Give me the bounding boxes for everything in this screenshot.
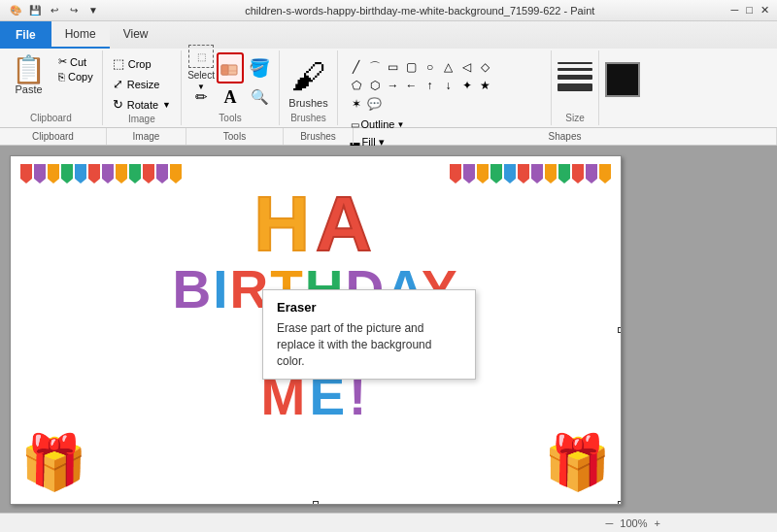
paste-button[interactable]: 📋 Paste bbox=[6, 54, 51, 97]
paste-icon: 📋 bbox=[12, 56, 46, 83]
clipboard-group-label-item: Clipboard bbox=[0, 128, 107, 145]
line-shape[interactable]: ╱ bbox=[348, 58, 365, 76]
customize-icon[interactable]: ▼ bbox=[85, 3, 101, 18]
eraser-icon bbox=[218, 56, 243, 80]
window-title: children-s-words-happy-birthday-me-white… bbox=[109, 5, 731, 17]
resize-handle-bottomright[interactable] bbox=[618, 501, 622, 505]
shapes-group-label-item: Shapes bbox=[354, 128, 777, 145]
roundrect-shape[interactable]: ▢ bbox=[403, 58, 421, 76]
left-banners bbox=[20, 164, 182, 183]
color-swatch[interactable] bbox=[605, 62, 640, 97]
status-bar: ─ 100% + bbox=[0, 513, 777, 532]
size-line-3[interactable] bbox=[557, 75, 592, 80]
magnifier-icon: 🔍 bbox=[251, 88, 269, 106]
select-dashed-box: ⬚ bbox=[188, 45, 214, 68]
tooltip-title: Eraser bbox=[277, 300, 461, 315]
arrow-down-shape[interactable]: ↓ bbox=[440, 77, 457, 94]
rtriangle-shape[interactable]: ◁ bbox=[458, 58, 476, 76]
size-line-1[interactable] bbox=[557, 62, 592, 64]
brushes-group-label: Brushes bbox=[290, 113, 326, 125]
gifts-row: 🎁 🎁 bbox=[20, 431, 611, 494]
eraser-tooltip: Eraser Erase part of the picture and rep… bbox=[262, 289, 476, 380]
close-button[interactable]: ✕ bbox=[760, 4, 769, 17]
triangle-shape[interactable]: △ bbox=[440, 58, 457, 76]
callout-shape[interactable]: 💬 bbox=[366, 95, 384, 113]
svg-rect-1 bbox=[221, 65, 228, 75]
minimize-button[interactable]: ─ bbox=[731, 4, 739, 17]
ha-text: HA bbox=[30, 185, 601, 263]
tooltip-body: Erase part of the picture and replace it… bbox=[277, 320, 461, 369]
image-group-label-item: Image bbox=[107, 128, 186, 145]
rotate-icon: ↻ bbox=[113, 97, 123, 112]
rotate-dropdown-icon: ▼ bbox=[162, 100, 171, 110]
magnifier-button[interactable]: 🔍 bbox=[246, 83, 273, 111]
shapes-grid: ╱ ⌒ ▭ ▢ ○ △ ◁ ◇ ⬠ ⬡ → ← ↑ ↓ ✦ ★ ✶ 💬 bbox=[348, 54, 503, 113]
tools-group: ⬚ Select ▼ 🪣 bbox=[182, 50, 280, 125]
size-line-2[interactable] bbox=[557, 68, 592, 71]
group-labels-row: Clipboard Image Tools Brushes Shapes bbox=[0, 128, 777, 146]
image-group: ⬚ Crop ⤢ Resize ↻ Rotate ▼ Image bbox=[103, 50, 182, 125]
hexagon-shape[interactable]: ⬡ bbox=[366, 77, 384, 94]
save-icon[interactable]: 💾 bbox=[27, 3, 43, 18]
maximize-button[interactable]: □ bbox=[746, 4, 753, 17]
ellipse-shape[interactable]: ○ bbox=[422, 58, 439, 76]
clipboard-small-buttons: ✂ Cut ⎘ Copy bbox=[55, 54, 96, 97]
clipboard-label: Clipboard bbox=[30, 113, 72, 125]
text-button[interactable]: A bbox=[217, 83, 244, 111]
size-lines bbox=[557, 62, 592, 91]
zoom-out-button[interactable]: ─ bbox=[606, 517, 614, 529]
undo-icon[interactable]: ↩ bbox=[47, 3, 62, 18]
app-icon: 🎨 bbox=[8, 3, 23, 18]
arrow-right-shape[interactable]: → bbox=[385, 77, 402, 94]
star6-shape[interactable]: ✶ bbox=[348, 95, 365, 113]
size-line-4[interactable] bbox=[557, 83, 592, 91]
crop-icon: ⬚ bbox=[113, 56, 124, 71]
resize-button[interactable]: ⤢ Resize bbox=[109, 75, 164, 93]
ribbon-content: 📋 Paste ✂ Cut ⎘ Copy Clipboard bbox=[0, 49, 777, 128]
copy-button[interactable]: ⎘ Copy bbox=[55, 70, 96, 83]
cut-button[interactable]: ✂ Cut bbox=[55, 54, 96, 69]
gift-left: 🎁 bbox=[20, 431, 87, 494]
rect-shape[interactable]: ▭ bbox=[385, 58, 402, 76]
text-icon: A bbox=[224, 87, 237, 108]
star5-shape[interactable]: ★ bbox=[477, 77, 494, 94]
redo-icon[interactable]: ↪ bbox=[66, 3, 82, 18]
brushes-content: 🖌 Brushes bbox=[288, 54, 327, 113]
title-bar-icons: 🎨 💾 ↩ ↪ ▼ bbox=[8, 3, 101, 18]
pencil-button[interactable]: ✏ bbox=[187, 83, 215, 111]
color-group bbox=[599, 50, 646, 125]
brush-icon: 🖌 bbox=[291, 56, 326, 97]
diamond-shape[interactable]: ◇ bbox=[477, 58, 494, 76]
arrow-left-shape[interactable]: ← bbox=[403, 77, 421, 94]
resize-icon: ⤢ bbox=[113, 77, 123, 91]
resize-handle-bottom[interactable] bbox=[313, 501, 319, 505]
tab-file[interactable]: File bbox=[0, 21, 51, 49]
brushes-group: 🖌 Brushes Brushes bbox=[280, 50, 338, 125]
brushes-label: Brushes bbox=[288, 97, 327, 109]
tab-home[interactable]: Home bbox=[51, 21, 110, 49]
shapes-group: ╱ ⌒ ▭ ▢ ○ △ ◁ ◇ ⬠ ⬡ → ← ↑ ↓ ✦ ★ ✶ 💬 bbox=[338, 50, 552, 125]
zoom-level: 100% bbox=[620, 517, 647, 529]
crop-button[interactable]: ⬚ Crop bbox=[109, 54, 155, 73]
fill-icon: 🪣 bbox=[249, 57, 270, 79]
brushes-button[interactable]: 🖌 Brushes bbox=[288, 54, 327, 109]
arrow-up-shape[interactable]: ↑ bbox=[422, 77, 439, 94]
image-label: Image bbox=[128, 114, 155, 126]
color-content bbox=[605, 54, 640, 125]
right-banners bbox=[450, 164, 611, 183]
resize-handle-right[interactable] bbox=[618, 327, 622, 333]
tab-view[interactable]: View bbox=[110, 21, 162, 49]
fill-button[interactable]: 🪣 bbox=[246, 54, 273, 82]
tools-group-label-item: Tools bbox=[186, 128, 284, 145]
size-group: Size bbox=[552, 50, 599, 125]
curve-shape[interactable]: ⌒ bbox=[366, 58, 384, 76]
title-bar: 🎨 💾 ↩ ↪ ▼ children-s-words-happy-birthda… bbox=[0, 0, 777, 21]
canvas-area: HA BIRTHDAY TO ME! 🎁 🎁 Eraser Er bbox=[0, 146, 777, 513]
rotate-button[interactable]: ↻ Rotate ▼ bbox=[109, 95, 175, 114]
eraser-button[interactable] bbox=[217, 52, 244, 83]
scissors-icon: ✂ bbox=[58, 55, 67, 68]
zoom-in-button[interactable]: + bbox=[655, 517, 660, 529]
pentagon-shape[interactable]: ⬠ bbox=[348, 77, 365, 94]
tools-label: Tools bbox=[219, 113, 241, 125]
star4-shape[interactable]: ✦ bbox=[458, 77, 476, 94]
